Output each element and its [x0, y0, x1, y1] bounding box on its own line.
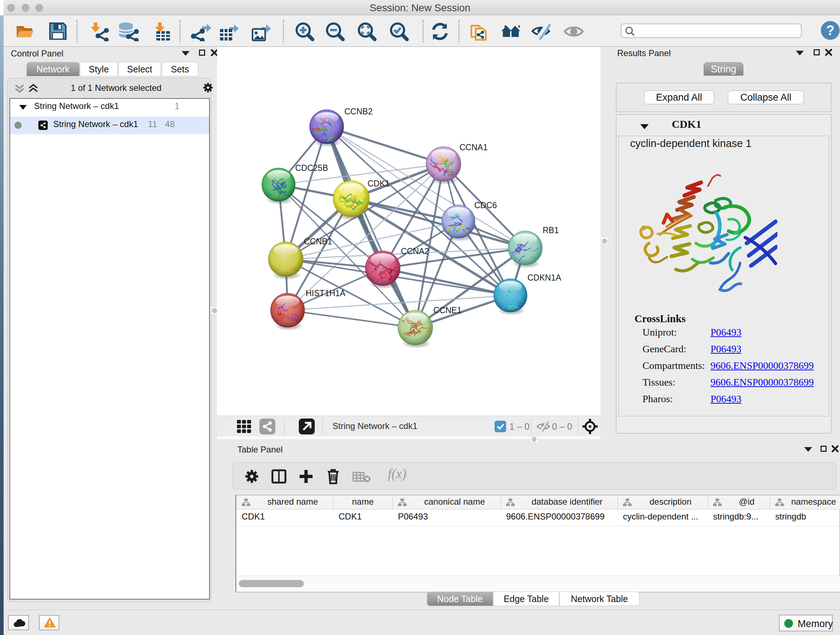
svg-text:HIST1H1A: HIST1H1A: [306, 288, 346, 298]
svg-text:CDK1: CDK1: [368, 179, 390, 188]
svg-text:CCNB1: CCNB1: [304, 237, 332, 246]
svg-text:CDC25B: CDC25B: [295, 163, 328, 173]
svg-text:CCNA2: CCNA2: [401, 247, 429, 256]
svg-text:RB1: RB1: [543, 226, 559, 235]
svg-text:CCNE1: CCNE1: [433, 306, 462, 315]
svg-text:CDKN1A: CDKN1A: [527, 273, 561, 282]
svg-text:CCNB2: CCNB2: [344, 107, 373, 116]
svg-text:CCNA1: CCNA1: [459, 143, 488, 152]
svg-text:CDC6: CDC6: [474, 201, 497, 210]
